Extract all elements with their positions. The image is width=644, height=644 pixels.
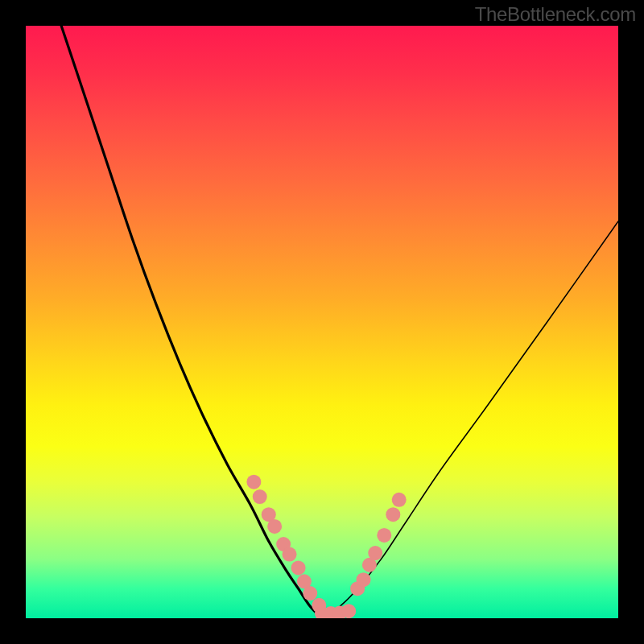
data-marker <box>341 604 356 618</box>
data-marker <box>267 519 282 534</box>
data-marker <box>357 572 371 587</box>
chart-svg <box>26 26 618 618</box>
curve-layer <box>61 26 618 618</box>
data-marker <box>368 546 382 560</box>
data-marker <box>303 586 317 601</box>
chart-frame: TheBottleneck.com <box>0 0 644 644</box>
plot-area <box>26 26 618 618</box>
data-marker <box>392 493 407 507</box>
watermark-text: TheBottleneck.com <box>475 3 636 26</box>
data-marker <box>377 528 391 543</box>
curve-left-curve <box>61 26 322 618</box>
data-marker <box>386 507 400 522</box>
data-marker <box>291 560 306 575</box>
data-marker <box>253 489 267 504</box>
data-marker <box>246 475 261 489</box>
data-marker <box>283 547 297 562</box>
